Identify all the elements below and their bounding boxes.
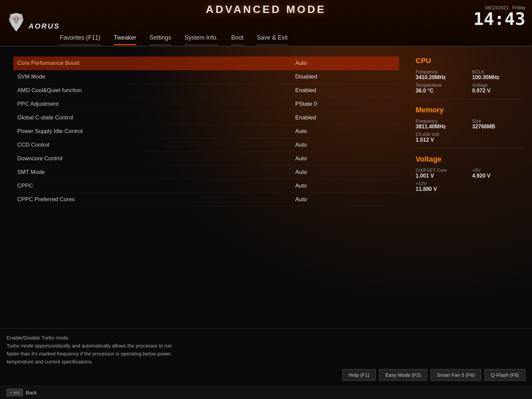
datetime-area: 08/13/2021 Friday 14:43 [473, 5, 525, 28]
memory-title: Memory [416, 106, 522, 114]
setting-name: CCD Control [17, 142, 295, 148]
setting-name: SMT Mode [17, 169, 295, 176]
help-line-1: Enable/Disable Turbo mode. [7, 334, 525, 342]
logo-area: AORUS [7, 13, 60, 33]
cpu-voltage: Voltage 0.972 V [472, 82, 522, 94]
logo-text: AORUS [29, 22, 60, 31]
cpu-title: CPU [416, 57, 522, 65]
help-text-area: Enable/Disable Turbo mode. Turbo mode op… [7, 334, 525, 366]
qflash-button[interactable]: Q-Flash (F8) [484, 369, 525, 381]
setting-row[interactable]: CPPC Preferred CoresAuto [13, 193, 399, 206]
memory-section: Memory Frequency 3811.40MHz Size 32768MB… [416, 106, 522, 148]
nav-item-favorites--f11-[interactable]: Favorites (F11) [53, 33, 107, 43]
setting-value: Enabled [295, 87, 395, 94]
svg-point-4 [13, 18, 15, 20]
setting-value: PState 0 [295, 101, 395, 107]
esc-back[interactable]: esc Back [7, 389, 37, 396]
main-content: Core Performance BoostAutoSVM ModeDisabl… [0, 47, 532, 329]
setting-row[interactable]: CPPCAuto [13, 179, 399, 193]
cpu-temperature: Temperature 36.0 °C [416, 82, 466, 94]
voltage-title: Voltage [416, 155, 522, 164]
setting-name: AMD Cool&Quiet function [17, 87, 295, 94]
setting-value: Auto [295, 169, 395, 176]
help-line-3: faster than it's marked frequency if the… [7, 350, 525, 358]
setting-name: SVM Mode [17, 73, 295, 80]
page-title: ADVANCED MODE [206, 3, 326, 16]
setting-value: Auto [295, 60, 395, 66]
title-area: ADVANCED MODE [206, 3, 326, 16]
voltage-chipset-core: CHIPSET Core 1.001 V [416, 168, 466, 179]
setting-name: Downcore Control [17, 155, 295, 162]
esc-label: Back [26, 390, 37, 395]
cpu-bclk: BCLK 100.30MHz [472, 69, 522, 80]
setting-name: CPPC Preferred Cores [17, 196, 295, 203]
settings-table: Core Performance BoostAutoSVM ModeDisabl… [13, 57, 399, 206]
setting-row[interactable]: Global C-state ControlEnabled [13, 111, 399, 125]
help-line-2: Turbo mode opportunistically and automat… [7, 342, 525, 350]
voltage-section: Voltage CHIPSET Core 1.001 V +5V 4.920 V… [416, 155, 522, 197]
memory-ch-ab: Ch A/B Volt 1.512 V [416, 132, 466, 143]
header: AORUS ADVANCED MODE 08/13/2021 Friday 14… [0, 0, 532, 47]
setting-row[interactable]: SVM ModeDisabled [13, 70, 399, 84]
nav-item-settings[interactable]: Settings [143, 33, 178, 43]
setting-row[interactable]: AMD Cool&Quiet functionEnabled [13, 84, 399, 97]
nav-item-system-info-[interactable]: System Info. [178, 33, 224, 43]
left-panel: Core Performance BoostAutoSVM ModeDisabl… [7, 53, 406, 322]
footer-nav: esc Back [0, 386, 532, 399]
setting-row[interactable]: Core Performance BoostAuto [13, 57, 399, 70]
nav-item-boot[interactable]: Boot [224, 33, 250, 43]
memory-size: Size 32768MB [472, 118, 522, 130]
memory-frequency: Frequency 3811.40MHz [416, 118, 466, 130]
smart-fan-button[interactable]: Smart Fan 5 (F6) [431, 369, 481, 381]
setting-name: Core Performance Boost [17, 60, 295, 66]
svg-point-5 [17, 18, 19, 20]
cpu-info-grid: Frequency 3410.20MHz BCLK 100.30MHz Temp… [416, 69, 522, 94]
esc-key: esc [7, 389, 23, 396]
bottom-bar: Enable/Disable Turbo mode. Turbo mode op… [0, 329, 532, 386]
help-button[interactable]: Help (F1) [342, 369, 376, 381]
voltage-12v: +12V 11.880 V [416, 181, 466, 192]
setting-row[interactable]: Downcore ControlAuto [13, 152, 399, 166]
setting-value: Auto [295, 142, 395, 148]
nav-item-save---exit[interactable]: Save & Exit [250, 33, 294, 43]
setting-value: Auto [295, 183, 395, 189]
setting-value: Auto [295, 196, 395, 203]
setting-row[interactable]: Power Supply Idle ControlAuto [13, 125, 399, 138]
setting-value: Disabled [295, 73, 395, 80]
setting-row[interactable]: PPC AdjustmentPState 0 [13, 97, 399, 111]
memory-info-grid: Frequency 3811.40MHz Size 32768MB Ch A/B… [416, 118, 522, 143]
nav-bar: Favorites (F11)TweakerSettingsSystem Inf… [53, 33, 452, 43]
nav-item-tweaker[interactable]: Tweaker [107, 33, 143, 43]
time-display: 14:43 [473, 10, 525, 28]
setting-value: Enabled [295, 114, 395, 121]
setting-value: Auto [295, 155, 395, 162]
setting-name: Power Supply Idle Control [17, 128, 295, 135]
voltage-5v: +5V 4.920 V [472, 168, 522, 179]
page-wrapper: AORUS ADVANCED MODE 08/13/2021 Friday 14… [0, 0, 532, 399]
setting-value: Auto [295, 128, 395, 135]
setting-name: CPPC [17, 183, 295, 189]
setting-name: PPC Adjustment [17, 101, 295, 107]
voltage-info-grid: CHIPSET Core 1.001 V +5V 4.920 V +12V 11… [416, 168, 522, 192]
bottom-buttons: Help (F1) Easy Mode (F2) Smart Fan 5 (F6… [7, 369, 525, 381]
cpu-frequency-label: Frequency 3410.20MHz [416, 69, 466, 80]
cpu-section: CPU Frequency 3410.20MHz BCLK 100.30MHz … [416, 57, 522, 99]
right-panel: CPU Frequency 3410.20MHz BCLK 100.30MHz … [412, 53, 525, 322]
setting-row[interactable]: SMT ModeAuto [13, 166, 399, 179]
setting-row[interactable]: CCD ControlAuto [13, 138, 399, 152]
help-line-4: temperature and current specifications. [7, 358, 525, 366]
logo-wolf-icon [7, 13, 26, 33]
setting-name: Global C-state Control [17, 114, 295, 121]
easy-mode-button[interactable]: Easy Mode (F2) [379, 369, 427, 381]
